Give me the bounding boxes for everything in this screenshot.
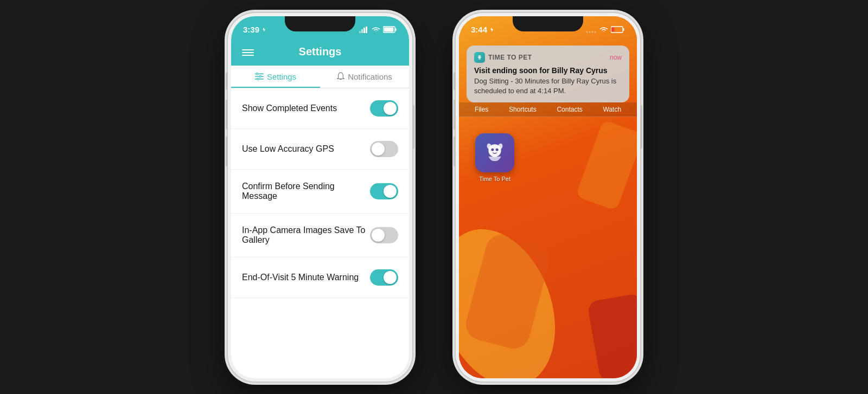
app-icon-container[interactable]: Time To Pet bbox=[475, 133, 514, 182]
svg-rect-19 bbox=[612, 28, 615, 32]
location-icon-1 bbox=[261, 27, 266, 33]
dock-item-watch[interactable]: Watch bbox=[603, 106, 622, 113]
status-bar-2: 3:44 bbox=[459, 16, 637, 40]
home-icons: Time To Pet bbox=[459, 117, 637, 182]
settings-tab-icon bbox=[255, 73, 264, 80]
wifi-icon-2 bbox=[599, 27, 608, 33]
volume-up-button[interactable] bbox=[226, 100, 228, 130]
svg-point-12 bbox=[257, 78, 259, 80]
tabs-container: Settings Notifications bbox=[231, 66, 409, 88]
mute-button[interactable] bbox=[226, 73, 228, 90]
location-icon-2 bbox=[489, 27, 494, 33]
svg-point-10 bbox=[256, 73, 258, 75]
notif-body: Dog Sitting - 30 Minutes for Billy Ray C… bbox=[474, 76, 622, 96]
signal-icon-2 bbox=[586, 27, 597, 33]
setting-label-4: End-Of-Visit 5 Minute Warning bbox=[242, 273, 370, 282]
power-button[interactable] bbox=[412, 105, 414, 148]
home-screen: 3:44 bbox=[459, 16, 637, 378]
notification-card[interactable]: TIME TO PET now Visit ending soon for Bi… bbox=[467, 46, 629, 102]
battery-icon-2 bbox=[611, 26, 625, 33]
dock-item-files[interactable]: Files bbox=[475, 106, 488, 113]
status-time-1: 3:39 bbox=[243, 25, 266, 34]
app-label: Time To Pet bbox=[479, 176, 510, 182]
svg-rect-3 bbox=[366, 27, 367, 33]
battery-icon-1 bbox=[383, 26, 397, 33]
setting-row-3: In-App Camera Images Save To Gallery bbox=[231, 214, 409, 257]
status-icons-1 bbox=[359, 26, 397, 33]
setting-row-2: Confirm Before Sending Message bbox=[231, 170, 409, 214]
setting-row-1: Use Low Accuracy GPS bbox=[231, 129, 409, 170]
toggle-2[interactable] bbox=[370, 183, 398, 199]
svg-rect-5 bbox=[395, 28, 397, 31]
notif-app-icon bbox=[474, 52, 485, 63]
dock-item-contacts[interactable]: Contacts bbox=[557, 106, 582, 113]
tab-settings-label: Settings bbox=[267, 72, 296, 81]
svg-rect-6 bbox=[384, 28, 394, 32]
notif-app-info: TIME TO PET bbox=[474, 52, 532, 63]
svg-point-14 bbox=[589, 31, 591, 33]
svg-point-21 bbox=[478, 56, 479, 57]
bg-shape-3 bbox=[587, 293, 637, 378]
toggle-3[interactable] bbox=[370, 227, 398, 243]
setting-row-0: Show Completed Events bbox=[231, 88, 409, 129]
settings-list: Show Completed Events Use Low Accuracy G… bbox=[231, 88, 409, 298]
svg-point-25 bbox=[496, 148, 499, 151]
dog-silhouette-icon bbox=[481, 139, 508, 166]
notifications-tab-icon bbox=[337, 72, 344, 81]
tab-settings[interactable]: Settings bbox=[231, 66, 320, 88]
svg-rect-1 bbox=[361, 29, 363, 33]
svg-rect-18 bbox=[623, 28, 624, 31]
mute-button-2[interactable] bbox=[454, 73, 456, 90]
notch-1 bbox=[285, 16, 355, 31]
toggle-4[interactable] bbox=[370, 269, 398, 286]
toggle-1[interactable] bbox=[370, 141, 398, 157]
signal-icon-1 bbox=[359, 27, 369, 33]
svg-point-24 bbox=[491, 148, 494, 151]
status-time-2: 3:44 bbox=[471, 25, 494, 34]
svg-point-15 bbox=[592, 31, 593, 33]
notif-header: TIME TO PET now bbox=[474, 52, 622, 63]
svg-point-22 bbox=[480, 56, 481, 57]
svg-rect-0 bbox=[359, 31, 361, 33]
time-to-pet-icon[interactable] bbox=[475, 133, 514, 172]
setting-row-4: End-Of-Visit 5 Minute Warning bbox=[231, 257, 409, 298]
app-header: Settings bbox=[231, 40, 409, 66]
dock-item-shortcuts[interactable]: Shortcuts bbox=[509, 106, 537, 113]
setting-label-1: Use Low Accuracy GPS bbox=[242, 144, 370, 154]
svg-point-16 bbox=[595, 31, 596, 33]
tab-notifications[interactable]: Notifications bbox=[320, 66, 409, 88]
wifi-icon-1 bbox=[372, 27, 380, 33]
svg-rect-2 bbox=[363, 28, 365, 33]
phone-notification: 3:44 bbox=[456, 13, 640, 382]
dock-bar: Files Shortcuts Contacts Watch bbox=[459, 102, 637, 117]
power-button-2[interactable] bbox=[640, 105, 642, 148]
setting-label-0: Show Completed Events bbox=[242, 104, 370, 113]
notif-time: now bbox=[610, 54, 622, 61]
svg-point-13 bbox=[586, 31, 588, 33]
tab-notifications-label: Notifications bbox=[348, 72, 392, 81]
menu-icon[interactable] bbox=[242, 48, 254, 57]
setting-label-2: Confirm Before Sending Message bbox=[242, 182, 370, 201]
volume-down-button-2[interactable] bbox=[454, 137, 456, 166]
notif-title: Visit ending soon for Billy Ray Cyrus bbox=[474, 66, 622, 75]
app-icon-dog bbox=[476, 54, 483, 61]
volume-down-button[interactable] bbox=[226, 137, 228, 166]
volume-up-button-2[interactable] bbox=[454, 100, 456, 130]
toggle-0[interactable] bbox=[370, 100, 398, 117]
phone-settings: 3:39 bbox=[228, 13, 412, 382]
svg-point-11 bbox=[259, 75, 261, 77]
status-icons-2 bbox=[586, 26, 625, 33]
notif-app-name: TIME TO PET bbox=[488, 54, 532, 61]
page-title: Settings bbox=[242, 46, 398, 58]
setting-label-3: In-App Camera Images Save To Gallery bbox=[242, 225, 370, 245]
